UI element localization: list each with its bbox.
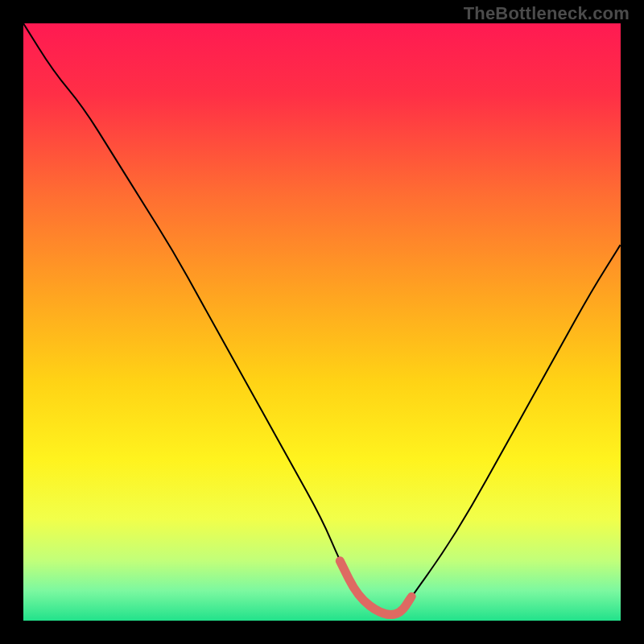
watermark-text: TheBottleneck.com: [464, 3, 630, 24]
bottleneck-chart: [23, 23, 621, 621]
chart-frame: TheBottleneck.com: [0, 0, 644, 644]
gradient-background: [23, 23, 621, 621]
plot-area: [23, 23, 621, 621]
